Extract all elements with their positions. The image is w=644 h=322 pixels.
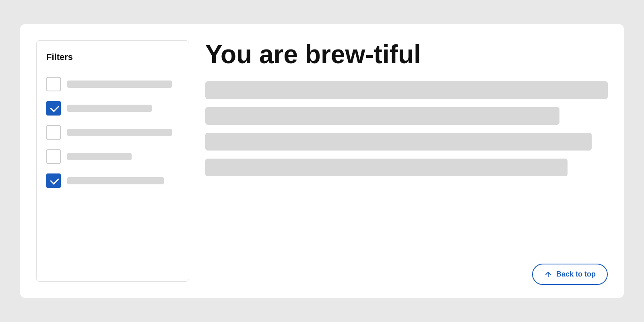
content-line-1 (205, 81, 608, 99)
main-card: Filters You are brew-tiful (20, 24, 624, 298)
filter-label-1 (67, 80, 172, 88)
filter-label-4 (67, 153, 132, 160)
filter-item-1 (46, 72, 179, 96)
filters-panel: Filters (36, 40, 189, 282)
content-line-3 (205, 133, 592, 151)
filter-label-5 (67, 177, 164, 184)
arrow-up-icon (544, 270, 552, 279)
content-lines (205, 81, 608, 176)
checkbox-5[interactable] (46, 173, 61, 188)
filters-title: Filters (46, 52, 179, 62)
back-to-top-button[interactable]: Back to top (532, 264, 608, 285)
filter-label-3 (67, 129, 172, 136)
checkbox-1[interactable] (46, 77, 61, 91)
content-panel: You are brew-tiful (205, 40, 608, 282)
checkbox-2[interactable] (46, 101, 61, 116)
filter-item-5 (46, 169, 179, 193)
filter-item-3 (46, 120, 179, 144)
filter-label-2 (67, 105, 152, 112)
content-line-2 (205, 107, 559, 125)
back-to-top-label: Back to top (556, 270, 596, 279)
checkbox-3[interactable] (46, 125, 61, 140)
filter-item-2 (46, 96, 179, 120)
content-title: You are brew-tiful (205, 40, 608, 68)
checkbox-4[interactable] (46, 149, 61, 164)
filter-item-4 (46, 144, 179, 169)
content-line-4 (205, 159, 568, 176)
